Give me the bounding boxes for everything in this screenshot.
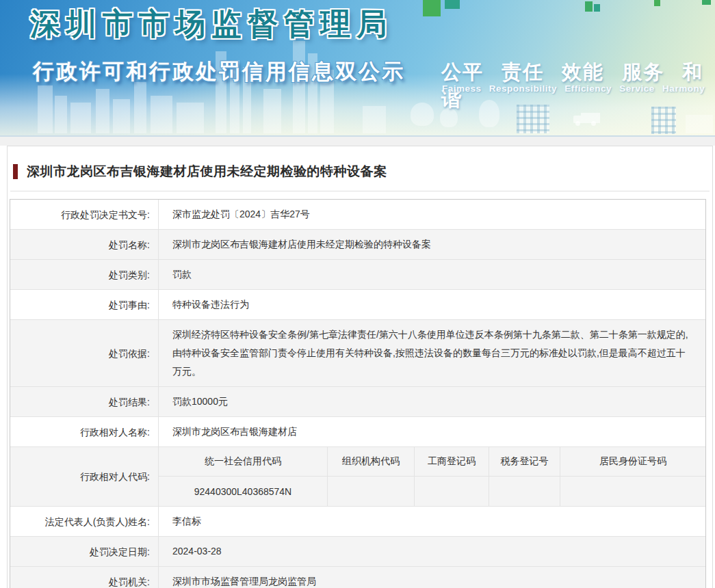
- banner-subtitle: 行政许可和行政处罚信用信息双公示: [33, 57, 405, 86]
- row-value: 2024-03-28: [159, 537, 705, 566]
- row-value: 深圳市龙岗区布吉银海建材店使用未经定期检验的特种设备案: [159, 230, 705, 259]
- code-column-header: 居民身份证号码: [560, 447, 705, 477]
- row-label: 行政处罚决定书文号:: [10, 200, 159, 229]
- table-row: 处罚事由:特种设备违法行为: [10, 290, 705, 320]
- table-row: 法定代表人(负责人)姓名:李信标: [10, 507, 705, 537]
- red-accent-bar: [13, 164, 18, 179]
- code-value-cell: [560, 477, 705, 506]
- table-row: 处罚依据:深圳经济特区特种设备安全条例/第七章法律责任/第六十八条使用单位违反本…: [10, 320, 705, 387]
- building-icon: [263, 89, 281, 133]
- building-icon: [96, 89, 109, 133]
- row-value: 深圳经济特区特种设备安全条例/第七章法律责任/第六十八条使用单位违反本条例第十九…: [159, 320, 705, 386]
- table-row: 处罚类别:罚款: [10, 260, 705, 290]
- building-icon: [70, 103, 91, 133]
- green-building-icon: [445, 0, 460, 9]
- table-row: 处罚机关:深圳市市场监督管理局龙岗监管局: [10, 567, 705, 588]
- building-icon: [177, 103, 204, 133]
- row-label: 处罚依据:: [10, 320, 159, 386]
- row-value: 深圳市龙岗区布吉银海建材店: [159, 417, 705, 446]
- green-building-icon: [585, 1, 593, 12]
- row-value: 特种设备违法行为: [159, 290, 705, 319]
- table-row: 处罚决定日期:2024-03-28: [10, 537, 705, 567]
- row-value: 罚款10000元: [159, 387, 705, 416]
- row-label: 处罚事由:: [10, 290, 159, 319]
- building-icon: [134, 82, 146, 133]
- row-value: 深圳市市场监督管理局龙岗监管局: [159, 567, 705, 588]
- code-column-header: 税务登记号: [489, 447, 560, 477]
- row-label: 处罚名称:: [10, 230, 159, 259]
- table-row: 行政处罚决定书文号:深市监龙处罚〔2024〕吉华27号: [10, 200, 705, 230]
- banner-bottom-band: [0, 137, 715, 146]
- code-column-header: 工商登记码: [415, 447, 489, 477]
- green-building-icon: [423, 0, 441, 16]
- row-label: 行政相对人代码:: [10, 447, 159, 506]
- green-building-icon: [702, 0, 711, 5]
- code-column-header: 组织机构代码: [328, 447, 415, 477]
- code-value-cell: [328, 477, 415, 506]
- building-icon: [151, 96, 172, 133]
- table-row: 行政相对人名称:深圳市龙岗区布吉银海建材店: [10, 417, 705, 447]
- building-icon: [686, 115, 713, 133]
- green-building-icon: [594, 4, 600, 12]
- building-icon: [113, 99, 130, 133]
- table-row: 处罚结果:罚款10000元: [10, 387, 705, 417]
- page-title: 深圳市龙岗区布吉银海建材店使用未经定期检验的特种设备案: [27, 163, 387, 181]
- tree-icon: [411, 103, 434, 126]
- content-panel: 深圳市龙岗区布吉银海建材店使用未经定期检验的特种设备案 行政处罚决定书文号:深市…: [7, 146, 713, 588]
- row-label: 行政相对人名称:: [10, 417, 159, 446]
- code-value-cell: [415, 477, 489, 506]
- building-icon: [55, 96, 67, 133]
- header-banner: 深圳市市场监督管理局 行政许可和行政处罚信用信息双公示 公平 责任 效能 服务 …: [0, 0, 715, 137]
- table-row: 处罚名称:深圳市龙岗区布吉银海建材店使用未经定期检验的特种设备案: [10, 230, 705, 260]
- row-label: 处罚结果:: [10, 387, 159, 416]
- case-title-block: 深圳市龙岗区布吉银海建材店使用未经定期检验的特种设备案: [10, 146, 710, 191]
- penalty-info-table: 行政处罚决定书文号:深市监龙处罚〔2024〕吉华27号处罚名称:深圳市龙岗区布吉…: [10, 199, 706, 588]
- row-label: 法定代表人(负责人)姓名:: [10, 507, 159, 536]
- code-value-cell: [489, 477, 560, 506]
- slogan-en: Faimess Responsibility Efficiency Servic…: [442, 83, 705, 94]
- row-value: 罚款: [159, 260, 705, 289]
- code-value-cell: 92440300L40368574N: [159, 477, 328, 506]
- code-column-header: 统一社会信用代码: [159, 447, 328, 477]
- entity-code-grid: 统一社会信用代码组织机构代码工商登记码税务登记号居民身份证号码92440300L…: [159, 447, 705, 506]
- green-building-icon: [654, 0, 660, 6]
- row-label: 处罚类别:: [10, 260, 159, 289]
- building-icon: [363, 106, 386, 133]
- building-icon: [38, 85, 53, 133]
- row-value: 深市监龙处罚〔2024〕吉华27号: [159, 200, 705, 229]
- row-label: 处罚机关:: [10, 567, 159, 588]
- org-name: 深圳市市场监督管理局: [30, 4, 393, 44]
- skyscraper-icon: [293, 41, 305, 133]
- row-label: 处罚决定日期:: [10, 537, 159, 566]
- row-value: 李信标: [159, 507, 705, 536]
- entity-code-row: 行政相对人代码:统一社会信用代码组织机构代码工商登记码税务登记号居民身份证号码9…: [10, 447, 705, 507]
